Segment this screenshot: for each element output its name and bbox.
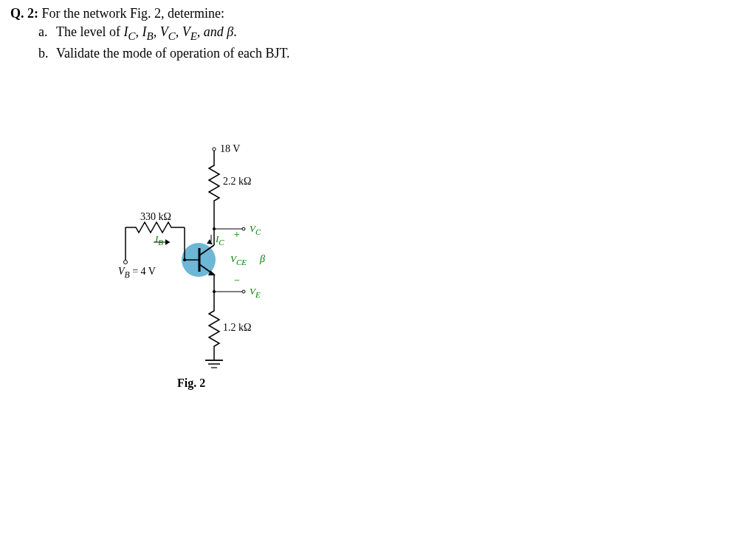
svg-point-21 <box>183 258 186 261</box>
svg-point-14 <box>242 290 245 293</box>
item-a-letter: a. <box>38 23 56 41</box>
circuit-svg <box>118 133 413 391</box>
item-a-vars: IC, IB, VC, VE, and β <box>123 24 233 39</box>
question-prompt: For the network Fig. 2, determine: <box>38 6 224 21</box>
item-a-suffix: . <box>233 24 237 39</box>
item-a: a.The level of IC, IB, VC, VE, and β. <box>10 23 746 44</box>
item-b: b.Validate the mode of operation of each… <box>10 44 746 63</box>
circuit-diagram: 18 V 2.2 kΩ 330 kΩ IB VB = 4 V IC VC + V… <box>118 133 413 391</box>
item-b-letter: b. <box>38 44 56 63</box>
svg-line-7 <box>199 245 214 255</box>
question-number: Q. 2: <box>10 6 38 21</box>
item-b-text: Validate the mode of operation of each B… <box>56 46 290 61</box>
svg-point-5 <box>242 227 245 230</box>
svg-point-20 <box>124 261 128 264</box>
svg-point-0 <box>213 148 216 151</box>
item-a-prefix: The level of <box>56 24 123 39</box>
